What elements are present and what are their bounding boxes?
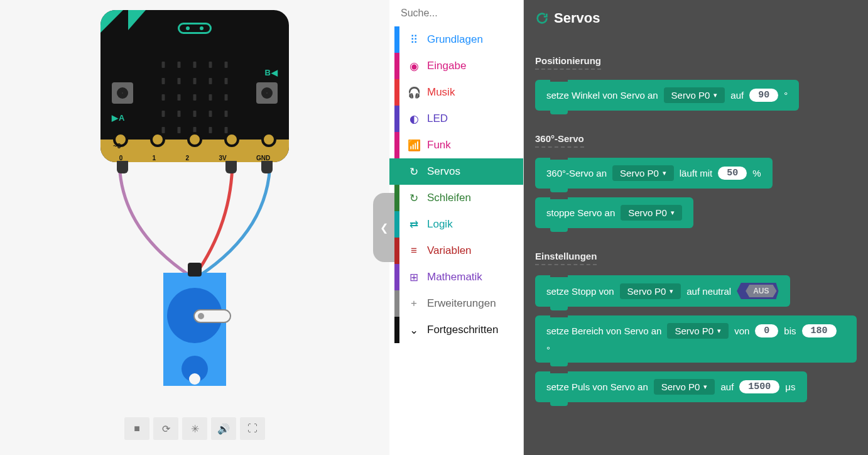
- category-label: Schleifen: [427, 192, 471, 204]
- panel-title: Servos: [554, 10, 600, 26]
- section-positioning: Positionierung: [535, 55, 601, 70]
- servo-motor[interactable]: [163, 273, 226, 386]
- toolbox: 🔍 ⠿ Grundlagen ◉ Eingabe 🎧 Musik ◐ LED 📶…: [389, 0, 524, 455]
- btn-b-label: B: [265, 68, 278, 77]
- simulator-panel: A B ~0 0 1 2 3V GND: [0, 0, 389, 455]
- category-label: Erweiterungen: [427, 297, 496, 310]
- blocks-flyout: Servos Positionierung setze Winkel von S…: [524, 0, 868, 455]
- category-funk[interactable]: 📶 Funk: [389, 132, 523, 158]
- category-label: Servos: [427, 165, 460, 178]
- category-variablen[interactable]: ≡ Variablen: [389, 238, 523, 264]
- category-icon: ↻: [407, 192, 421, 205]
- btn-a-label: A: [112, 113, 124, 123]
- category-icon: 📶: [407, 139, 421, 152]
- microbit-board[interactable]: A B ~0 0 1 2 3V GND: [100, 10, 289, 162]
- ac-label: ~0: [113, 142, 121, 150]
- servo-arm: [193, 309, 231, 323]
- search-row: 🔍: [389, 0, 523, 26]
- speed-value[interactable]: 50: [718, 167, 747, 180]
- sim-toolbar: ■ ⟳ ✳ 🔊 ⛶: [124, 417, 265, 440]
- led-matrix: [162, 62, 228, 133]
- refresh-button[interactable]: ⟳: [153, 417, 178, 440]
- block-set-stop[interactable]: setze Stopp von Servo P0 auf neutral AUS: [535, 275, 790, 307]
- pin-dropdown[interactable]: Servo P0: [621, 205, 682, 221]
- category-servos[interactable]: ↻ Servos: [389, 158, 523, 185]
- category-label: LED: [427, 112, 448, 125]
- debug-button[interactable]: ✳: [182, 417, 207, 440]
- category-icon: 🎧: [407, 86, 421, 99]
- range-min[interactable]: 0: [755, 324, 778, 337]
- refresh-icon: [535, 11, 549, 25]
- panel-header: Servos: [535, 10, 857, 26]
- search-input[interactable]: [401, 8, 526, 19]
- toggle-neutral[interactable]: AUS: [737, 283, 778, 299]
- category-label: Musik: [427, 86, 455, 99]
- category-label: Eingabe: [427, 60, 466, 72]
- category-icon: ≡: [407, 244, 421, 257]
- category-icon: ◐: [407, 112, 421, 126]
- fullscreen-button[interactable]: ⛶: [240, 417, 265, 440]
- button-a[interactable]: [112, 82, 133, 104]
- section-360: 360°-Servo: [535, 133, 584, 148]
- category-fortgeschritten[interactable]: ⌄ Fortgeschritten: [389, 317, 523, 343]
- range-max[interactable]: 180: [802, 324, 837, 337]
- category-label: Fortgeschritten: [427, 324, 498, 336]
- simulator-stage: A B ~0 0 1 2 3V GND: [0, 0, 389, 417]
- category-label: Grundlagen: [427, 33, 483, 46]
- button-b[interactable]: [256, 82, 278, 104]
- category-label: Funk: [427, 139, 451, 151]
- microbit-notch: [178, 23, 212, 34]
- category-schleifen[interactable]: ↻ Schleifen: [389, 185, 523, 211]
- category-grundlagen[interactable]: ⠿ Grundlagen: [389, 26, 523, 53]
- block-set-pulse[interactable]: setze Puls von Servo an Servo P0 auf 150…: [535, 371, 807, 402]
- category-mathematik[interactable]: ⊞ Mathematik: [389, 264, 523, 290]
- angle-value[interactable]: 90: [749, 89, 778, 102]
- block-stop-servo[interactable]: stoppe Servo an Servo P0: [535, 197, 693, 228]
- pin-dropdown[interactable]: Servo P0: [654, 379, 715, 395]
- category-icon: ⊞: [407, 271, 421, 284]
- category-musik[interactable]: 🎧 Musik: [389, 79, 523, 106]
- pin-dropdown[interactable]: Servo P0: [612, 165, 674, 181]
- category-label: Variablen: [427, 244, 472, 257]
- category-led[interactable]: ◐ LED: [389, 106, 523, 132]
- category-label: Mathematik: [427, 271, 482, 283]
- category-eingabe[interactable]: ◉ Eingabe: [389, 53, 523, 79]
- stop-button[interactable]: ■: [124, 417, 149, 440]
- category-erweiterungen[interactable]: + Erweiterungen: [389, 290, 523, 317]
- wires: [100, 160, 289, 279]
- category-icon: ⌄: [407, 324, 421, 337]
- block-set-range[interactable]: setze Bereich von Servo an Servo P0 von …: [535, 315, 857, 363]
- pin-dropdown[interactable]: Servo P0: [620, 283, 681, 299]
- category-icon: ◉: [407, 60, 421, 73]
- category-icon: ↻: [407, 165, 421, 178]
- pin-dropdown[interactable]: Servo P0: [667, 323, 729, 339]
- category-icon: ⇄: [407, 218, 421, 231]
- category-logik[interactable]: ⇄ Logik: [389, 211, 523, 238]
- category-icon: +: [407, 297, 421, 310]
- category-icon: ⠿: [407, 33, 421, 47]
- section-settings: Einstellungen: [535, 251, 597, 265]
- pin-dropdown[interactable]: Servo P0: [664, 87, 725, 103]
- category-label: Logik: [427, 218, 453, 231]
- sound-button[interactable]: 🔊: [211, 417, 236, 440]
- block-set-angle[interactable]: setze Winkel von Servo an Servo P0 auf 9…: [535, 80, 799, 111]
- pulse-value[interactable]: 1500: [739, 380, 779, 393]
- block-360-run[interactable]: 360°-Servo an Servo P0 läuft mit 50 %: [535, 158, 773, 189]
